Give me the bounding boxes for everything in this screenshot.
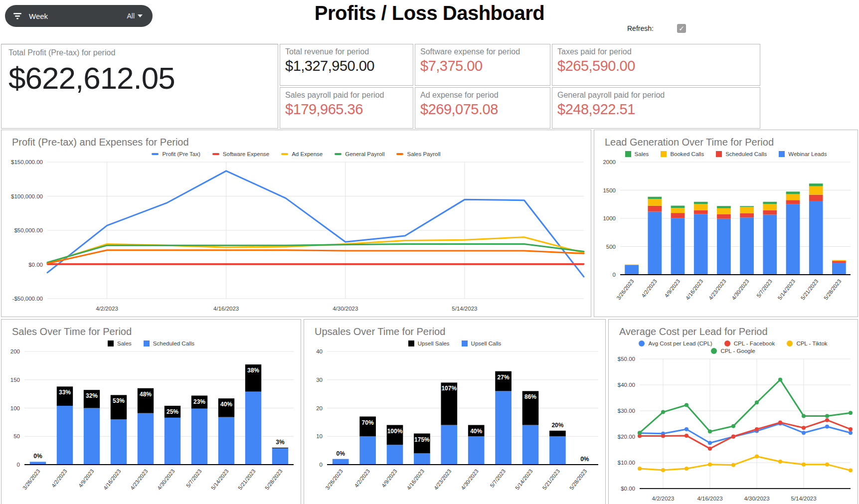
svg-text:$50.00: $50.00: [618, 356, 635, 362]
legend-swatch: [144, 340, 150, 346]
svg-text:5/14/2023: 5/14/2023: [452, 306, 477, 312]
legend-label: Scheduled Calls: [153, 340, 194, 346]
legend-swatch: [716, 151, 722, 157]
chart-canvas: 05001000150020003/26/20234/2/20234/9/202…: [594, 157, 858, 317]
svg-text:4/9/2023: 4/9/2023: [663, 278, 681, 299]
legend-label: General Payroll: [345, 151, 384, 157]
svg-text:$0.00: $0.00: [621, 486, 635, 492]
svg-text:175%: 175%: [414, 436, 430, 443]
svg-text:10: 10: [316, 433, 323, 439]
lead-generation-svg: 05001000150020003/26/20234/2/20234/9/202…: [594, 157, 858, 317]
svg-text:4/2/2023: 4/2/2023: [640, 278, 658, 299]
refresh-checkbox[interactable]: [677, 24, 686, 33]
svg-text:4/2/2023: 4/2/2023: [50, 468, 68, 489]
chart-canvas: 0102030400%3/26/202370%4/2/2023100%4/9/2…: [304, 346, 605, 504]
svg-text:100%: 100%: [387, 428, 403, 435]
svg-text:50: 50: [13, 433, 20, 439]
svg-text:107%: 107%: [441, 385, 457, 392]
svg-text:38%: 38%: [247, 367, 259, 374]
chart-canvas: 0501001502000%3/26/202333%4/2/202332%4/9…: [1, 346, 301, 504]
svg-text:4/9/2023: 4/9/2023: [380, 468, 398, 489]
svg-text:4/23/2023: 4/23/2023: [433, 468, 453, 491]
kpi-row: Total Profit (Pre-tax) for period $622,6…: [0, 44, 859, 129]
svg-text:1000: 1000: [603, 215, 616, 221]
legend-swatch: [396, 153, 403, 155]
kpi-value: $269,075.08: [420, 101, 545, 118]
svg-text:-$50,000.00: -$50,000.00: [12, 296, 43, 302]
svg-text:4/16/2023: 4/16/2023: [102, 468, 122, 491]
kpi-card: Ad expense for period$269,075.08: [415, 87, 550, 129]
svg-text:4/2/2023: 4/2/2023: [353, 468, 371, 489]
kpi-value: $248,922.51: [557, 101, 755, 118]
legend-swatch: [408, 340, 414, 346]
kpi-value: $1,327,950.00: [285, 58, 408, 74]
panel-profit-expenses-chart: Profit (Pre-tax) and Expenses for Period…: [1, 130, 591, 317]
legend-label: Upsell Sales: [418, 340, 450, 346]
svg-text:27%: 27%: [498, 374, 510, 381]
svg-text:5/7/2023: 5/7/2023: [185, 468, 203, 489]
svg-text:0: 0: [17, 462, 20, 468]
chart-legend: Profit (Pre Tax)Software ExpenseAd Expen…: [1, 149, 591, 157]
svg-text:23%: 23%: [193, 398, 205, 405]
legend-item: Sales: [108, 340, 132, 346]
panel-sales-chart: Sales Over Time for Period SalesSchedule…: [1, 319, 301, 504]
legend-swatch: [108, 340, 114, 346]
svg-text:5/28/2023: 5/28/2023: [823, 278, 843, 301]
svg-text:40: 40: [316, 348, 323, 354]
legend-label: Ad Expense: [292, 151, 323, 157]
legend-swatch: [625, 151, 631, 157]
legend-swatch: [462, 340, 468, 346]
svg-text:3/26/2023: 3/26/2023: [324, 468, 344, 491]
legend-label: Booked Calls: [670, 151, 704, 157]
legend-swatch: [779, 151, 785, 157]
legend-item: Upsell Sales: [408, 340, 450, 346]
chart-legend: Upsell SalesUpsell Calls: [304, 338, 605, 346]
svg-text:4/30/2023: 4/30/2023: [333, 306, 358, 312]
legend-item: Scheduled Calls: [144, 340, 194, 346]
kpi-label: Software expense for period: [420, 47, 545, 56]
svg-text:20: 20: [316, 405, 323, 411]
charts-row-top: Profit (Pre-tax) and Expenses for Period…: [0, 130, 859, 317]
svg-text:48%: 48%: [140, 391, 152, 398]
svg-text:25%: 25%: [167, 408, 178, 415]
svg-text:4/16/2023: 4/16/2023: [213, 306, 239, 312]
kpi-label: Total Profit (Pre-tax) for period: [8, 48, 271, 57]
legend-label: Webinar Leads: [788, 151, 827, 157]
svg-text:0%: 0%: [33, 453, 42, 460]
svg-text:$10.00: $10.00: [618, 460, 635, 466]
legend-swatch: [152, 153, 159, 155]
svg-text:4/23/2023: 4/23/2023: [129, 468, 149, 491]
svg-text:4/30/2023: 4/30/2023: [460, 468, 480, 491]
svg-text:5/7/2023: 5/7/2023: [755, 278, 773, 299]
chart-legend: Avg Cost per Lead (CPL)CPL - FacebookCPL…: [609, 338, 858, 354]
svg-text:5/7/2023: 5/7/2023: [489, 468, 507, 489]
kpi-value: $7,375.00: [420, 58, 545, 74]
legend-swatch: [212, 153, 219, 155]
svg-text:4/2/2023: 4/2/2023: [652, 496, 675, 502]
legend-label: Sales: [635, 151, 649, 157]
svg-text:32%: 32%: [86, 392, 98, 399]
legend-label: Profit (Pre Tax): [162, 151, 200, 157]
pnl-expenses-svg: -$50,000.00$0.00$50,000.00$100,000.00$15…: [1, 157, 591, 317]
legend-label: Scheduled Calls: [725, 151, 767, 157]
svg-text:$50,000.00: $50,000.00: [14, 227, 43, 233]
dashboard: Week All Profits / Loss Dashboard Refres…: [0, 0, 859, 504]
svg-text:$150,000.00: $150,000.00: [11, 159, 43, 165]
svg-text:5/28/2023: 5/28/2023: [264, 468, 284, 491]
legend-item: General Payroll: [335, 151, 384, 157]
legend-swatch: [787, 340, 793, 346]
legend-label: CPL - Google: [720, 348, 755, 354]
svg-text:5/21/2023: 5/21/2023: [541, 468, 561, 491]
svg-text:4/2/2023: 4/2/2023: [96, 306, 118, 312]
sales-over-time-svg: 0501001502000%3/26/202333%4/2/202332%4/9…: [1, 346, 301, 504]
svg-text:$40.00: $40.00: [618, 382, 635, 388]
svg-text:4/16/2023: 4/16/2023: [697, 496, 722, 502]
kpi-grid: Total revenue for period$1,327,950.00Sof…: [280, 44, 759, 129]
legend-item: Sales: [625, 151, 649, 157]
svg-text:2000: 2000: [603, 159, 616, 165]
svg-text:5/14/2023: 5/14/2023: [791, 496, 816, 502]
legend-swatch: [661, 151, 667, 157]
svg-text:0: 0: [613, 272, 616, 278]
svg-text:5/21/2023: 5/21/2023: [237, 468, 257, 491]
svg-text:5/14/2023: 5/14/2023: [776, 278, 796, 301]
